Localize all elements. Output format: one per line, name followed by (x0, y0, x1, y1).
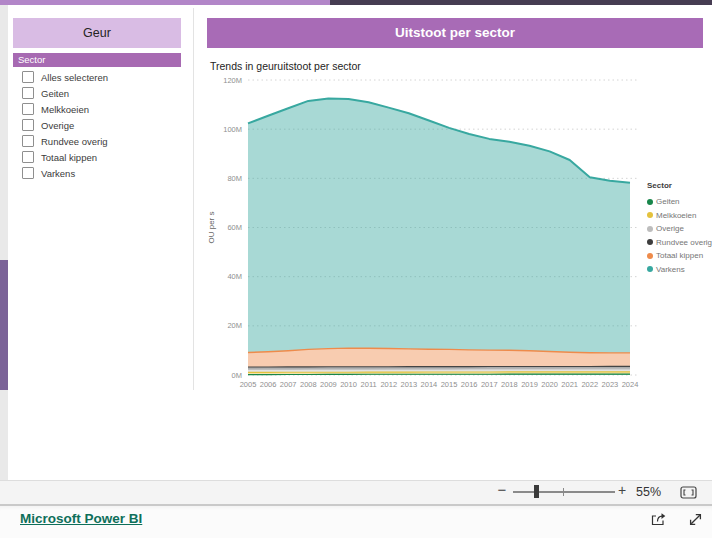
checkbox-overige[interactable] (22, 119, 34, 131)
checkbox-item-geiten[interactable]: Geiten (22, 86, 69, 100)
legend-dot-icon (647, 253, 653, 259)
legend-dot-icon (647, 199, 653, 205)
checkbox-label: Totaal kippen (41, 152, 97, 163)
legend-dot-icon (647, 266, 653, 272)
y-axis-title: OU per s (207, 211, 216, 243)
x-tick-label: 2005 (240, 380, 257, 389)
zoom-out-button[interactable]: − (496, 481, 508, 498)
checkbox-item-totaal-kippen[interactable]: Totaal kippen (22, 150, 97, 164)
legend-item-melkkoeien[interactable]: Melkkoeien (647, 209, 711, 223)
legend-dot-icon (647, 239, 653, 245)
x-tick-label: 2012 (380, 380, 397, 389)
area-line-geiten (248, 374, 630, 375)
zoom-slider-track[interactable] (513, 491, 615, 493)
checkbox-item-varkens[interactable]: Varkens (22, 166, 75, 180)
y-tick-label: 120M (223, 76, 242, 85)
checkbox-item-melkkoeien[interactable]: Melkkoeien (22, 102, 89, 116)
x-tick-label: 2006 (260, 380, 277, 389)
area-series-varkens[interactable] (248, 98, 630, 353)
x-tick-label: 2015 (441, 380, 458, 389)
area-line-overige (248, 369, 630, 370)
legend-label: Geiten (656, 197, 680, 206)
x-tick-label: 2013 (400, 380, 417, 389)
checkbox-label: Overige (41, 120, 74, 131)
filter-pane-title: Geur (13, 18, 181, 48)
checkbox-label: Melkkoeien (41, 104, 89, 115)
legend-label: Varkens (656, 265, 685, 274)
share-icon[interactable] (650, 511, 667, 527)
x-tick-label: 2018 (501, 380, 518, 389)
zoom-level-value: 55% (636, 485, 661, 499)
checkbox-label: Varkens (41, 168, 75, 179)
legend-item-overige[interactable]: Overige (647, 222, 711, 236)
y-tick-label: 0M (232, 371, 242, 380)
checkbox-label: Geiten (41, 88, 69, 99)
legend-label: Rundvee overig (656, 238, 712, 247)
x-tick-label: 2022 (581, 380, 598, 389)
pane-separator (193, 8, 194, 390)
checkbox-item-overige[interactable]: Overige (22, 118, 74, 132)
x-tick-label: 2019 (521, 380, 538, 389)
y-tick-label: 20M (227, 321, 242, 330)
legend-item-totaal-kippen[interactable]: Totaal kippen (647, 249, 711, 263)
x-tick-label: 2009 (320, 380, 337, 389)
x-tick-label: 2023 (602, 380, 619, 389)
x-tick-label: 2021 (561, 380, 578, 389)
fullscreen-expand-icon[interactable] (688, 512, 703, 527)
x-tick-label: 2008 (300, 380, 317, 389)
legend-item-geiten[interactable]: Geiten (647, 195, 711, 209)
zoom-slider-midpoint-tick (563, 488, 564, 496)
legend-dot-icon (647, 226, 653, 232)
checkbox-alles-selecteren[interactable] (22, 71, 34, 83)
checkbox-rundvee-overig[interactable] (22, 135, 34, 147)
checkbox-item-rundvee-overig[interactable]: Rundvee overig (22, 134, 108, 148)
x-tick-label: 2011 (361, 380, 377, 389)
x-tick-label: 2007 (280, 380, 297, 389)
x-tick-label: 2024 (622, 380, 639, 389)
filter-field-header[interactable]: Sector (13, 53, 181, 67)
stacked-area-chart[interactable]: 0M20M40M60M80M100M120M200520062007200820… (205, 55, 710, 400)
legend-dot-icon (647, 212, 653, 218)
fit-to-width-icon[interactable] (680, 486, 697, 499)
checkbox-geiten[interactable] (22, 87, 34, 99)
y-tick-label: 40M (227, 272, 242, 281)
chart-panel-header: Uitstoot per sector (207, 18, 703, 48)
y-tick-label: 80M (227, 174, 242, 183)
y-tick-label: 100M (223, 125, 242, 134)
legend-item-rundvee-overig[interactable]: Rundvee overig (647, 236, 711, 250)
area-line-rundvee-overig (248, 366, 630, 367)
legend-title: Sector (647, 181, 711, 190)
x-tick-label: 2014 (421, 380, 438, 389)
zoom-in-button[interactable]: + (616, 482, 628, 498)
legend-label: Totaal kippen (656, 251, 703, 260)
checkbox-item-alles-selecteren[interactable]: Alles selecteren (22, 70, 108, 84)
checkbox-label: Alles selecteren (41, 72, 108, 83)
legend-label: Overige (656, 224, 684, 233)
x-tick-label: 2017 (481, 380, 498, 389)
checkbox-label: Rundvee overig (41, 136, 108, 147)
x-tick-label: 2020 (541, 380, 558, 389)
checkbox-melkkoeien[interactable] (22, 103, 34, 115)
x-tick-label: 2016 (461, 380, 478, 389)
checkbox-varkens[interactable] (22, 167, 34, 179)
area-line-melkkoeien (248, 372, 630, 373)
vertical-scrollbar-track[interactable] (0, 5, 8, 480)
chart-legend: Sector GeitenMelkkoeienOverigeRundvee ov… (647, 181, 711, 276)
legend-label: Melkkoeien (656, 211, 696, 220)
x-tick-label: 2010 (340, 380, 357, 389)
legend-item-varkens[interactable]: Varkens (647, 263, 711, 277)
vertical-scrollbar-thumb[interactable] (0, 260, 8, 390)
checkbox-totaal-kippen[interactable] (22, 151, 34, 163)
powerbi-brand-link[interactable]: Microsoft Power BI (20, 511, 142, 526)
y-tick-label: 60M (227, 223, 242, 232)
zoom-slider-handle[interactable] (534, 485, 539, 498)
